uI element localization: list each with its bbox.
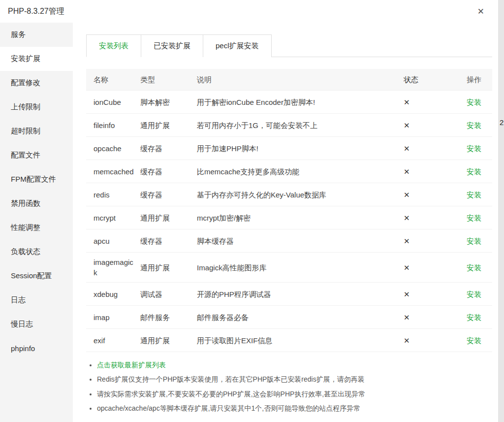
install-link[interactable]: 安装 [467, 167, 481, 176]
install-link[interactable]: 安装 [467, 263, 481, 272]
extension-name: exif [86, 331, 140, 350]
window-title: PHP-8.3.27管理 [8, 6, 64, 17]
install-link[interactable]: 安装 [467, 191, 481, 199]
install-link[interactable]: 安装 [467, 290, 481, 298]
note-item: 请按实际需求安装扩展,不要安装不必要的PHP扩展,这会影响PHP执行效率,甚至出… [97, 389, 492, 399]
table-row: xdebug 调试器 开源的PHP程序调试器 ✕ 安装 [86, 283, 492, 306]
header-type: 类型 [140, 70, 197, 89]
status-not-installed-icon: ✕ [404, 285, 463, 304]
note-item: opcache/xcache/apc等脚本缓存扩展,请只安装其中1个,否则可能导… [97, 403, 492, 413]
install-link[interactable]: 安装 [467, 336, 481, 345]
table-row: apcu 缓存器 脚本缓存器 ✕ 安装 [86, 229, 492, 253]
install-link[interactable]: 安装 [467, 313, 481, 322]
sidebar-item[interactable]: 配置修改 [0, 71, 73, 95]
sidebar-item[interactable]: 慢日志 [0, 312, 73, 336]
php-manager-window: PHP-8.3.27管理 ✕ 服务 安装扩展 配置修改 上传限制 [0, 0, 498, 422]
tab[interactable]: 安装列表 [86, 34, 141, 57]
extension-type: 缓存器 [140, 185, 197, 204]
status-not-installed-icon: ✕ [404, 258, 463, 277]
extension-name: memcached [86, 162, 140, 181]
status-not-installed-icon: ✕ [404, 331, 463, 350]
tab-label: 已安装扩展 [154, 41, 190, 51]
extension-description: 用于解密ionCube Encoder加密脚本! [197, 93, 404, 112]
extension-description: 基于内存亦可持久化的Key-Value数据库 [197, 185, 404, 204]
header-name: 名称 [86, 70, 140, 89]
status-not-installed-icon: ✕ [404, 162, 463, 181]
extension-description: 脚本缓存器 [197, 231, 404, 251]
install-link[interactable]: 安装 [467, 121, 481, 130]
status-not-installed-icon: ✕ [404, 308, 463, 327]
extension-name: ionCube [86, 93, 140, 112]
action-cell: 安装 [463, 116, 492, 135]
action-cell: 安装 [463, 185, 492, 204]
tab-bar: 安装列表 已安装扩展 pecl扩展安装 [86, 34, 492, 57]
table-row: opcache 缓存器 用于加速PHP脚本! ✕ 安装 [86, 137, 492, 160]
extension-name: apcu [86, 231, 140, 251]
extension-name: imap [86, 308, 140, 327]
extension-type: 缓存器 [140, 139, 197, 158]
extension-type: 通用扩展 [140, 208, 197, 227]
sidebar-item[interactable]: 超时限制 [0, 119, 73, 143]
status-not-installed-icon: ✕ [404, 185, 463, 204]
sidebar-item[interactable]: 上传限制 [0, 95, 73, 119]
action-cell: 安装 [463, 258, 492, 277]
sidebar-item[interactable]: 配置文件 [0, 143, 73, 167]
table-body: ionCube 脚本解密 用于解密ionCube Encoder加密脚本! ✕ … [86, 91, 492, 352]
extension-name: redis [86, 185, 140, 204]
install-link[interactable]: 安装 [467, 98, 481, 106]
header-description: 说明 [197, 70, 404, 89]
note-text[interactable]: 点击获取最新扩展列表 [97, 361, 166, 369]
action-cell: 安装 [463, 162, 492, 181]
extension-type: 缓存器 [140, 231, 197, 251]
extension-type: 调试器 [140, 285, 197, 304]
sidebar-item[interactable]: 安装扩展 [0, 47, 73, 71]
sidebar-item[interactable]: phpinfo [0, 336, 73, 360]
table-row: imap 邮件服务 邮件服务器必备 ✕ 安装 [86, 306, 492, 329]
extension-type: 通用扩展 [140, 258, 197, 277]
action-cell: 安装 [463, 208, 492, 227]
sidebar-item-label: 性能调整 [11, 223, 40, 232]
extension-type: 通用扩展 [140, 331, 197, 350]
extension-description: 用于加速PHP脚本! [197, 139, 404, 158]
sidebar-item[interactable]: 负载状态 [0, 240, 73, 264]
extensions-table: 名称 类型 说明 状态 操作 ionCube 脚本解密 用于解密ionCube … [86, 69, 492, 352]
tab[interactable]: pecl扩展安装 [203, 34, 272, 57]
sidebar-item-label: phpinfo [11, 344, 35, 353]
notes-list: 点击获取最新扩展列表 Redis扩展仅支持一个PHP版本安装使用，若在其它PHP… [88, 360, 492, 413]
sidebar-item[interactable]: 日志 [0, 288, 73, 312]
install-link[interactable]: 安装 [467, 237, 481, 245]
extension-name: mcrypt [86, 208, 140, 227]
sidebar-item[interactable]: Session配置 [0, 264, 73, 288]
extension-type: 通用扩展 [140, 116, 197, 135]
close-icon[interactable]: ✕ [477, 7, 484, 16]
sidebar-item-label: 上传限制 [11, 102, 40, 112]
action-cell: 安装 [463, 285, 492, 304]
sidebar-item[interactable]: 禁用函数 [0, 192, 73, 216]
sidebar-item-label: 禁用函数 [11, 199, 40, 208]
extension-description: mcrypt加密/解密 [197, 208, 404, 227]
sidebar-item-label: Session配置 [11, 271, 52, 281]
extension-name: fileinfo [86, 116, 140, 135]
note-item: 点击获取最新扩展列表 [97, 360, 492, 370]
tab[interactable]: 已安装扩展 [141, 34, 203, 57]
action-cell: 安装 [463, 231, 492, 251]
sidebar-item-label: 日志 [11, 295, 26, 305]
extension-description: 用于读取图片EXIF信息 [197, 331, 404, 350]
note-text: Redis扩展仅支持一个PHP版本安装使用，若在其它PHP版本已安装redis扩… [97, 375, 365, 383]
clipped-background-text: 2 [500, 118, 504, 127]
sidebar-item-label: 配置修改 [11, 78, 40, 88]
action-cell: 安装 [463, 308, 492, 327]
install-link[interactable]: 安装 [467, 214, 481, 222]
sidebar-item[interactable]: 性能调整 [0, 216, 73, 240]
tab-label: 安装列表 [99, 41, 128, 51]
extension-description: Imagick高性能图形库 [197, 258, 404, 277]
install-link[interactable]: 安装 [467, 144, 481, 153]
table-row: mcrypt 通用扩展 mcrypt加密/解密 ✕ 安装 [86, 206, 492, 229]
sidebar: 服务 安装扩展 配置修改 上传限制 超时限制 配置 [0, 23, 73, 422]
sidebar-item[interactable]: 服务 [0, 23, 73, 47]
extension-description: 邮件服务器必备 [197, 308, 404, 327]
sidebar-item-label: 超时限制 [11, 127, 40, 136]
sidebar-item-label: 慢日志 [11, 320, 33, 329]
table-row: ionCube 脚本解密 用于解密ionCube Encoder加密脚本! ✕ … [86, 91, 492, 114]
sidebar-item[interactable]: FPM配置文件 [0, 167, 73, 192]
